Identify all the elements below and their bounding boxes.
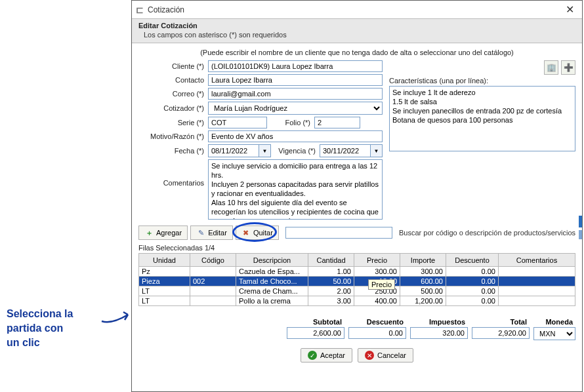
cell-unidad: LT: [139, 296, 190, 306]
remove-icon: ✖: [241, 228, 251, 237]
aceptar-button[interactable]: ✓ Aceptar: [301, 348, 352, 363]
dialog-buttons: ✓ Aceptar ✕ Cancelar: [138, 348, 575, 363]
aceptar-label: Aceptar: [320, 351, 345, 359]
cell-comentarios: [499, 267, 575, 277]
cell-descuento: 0.00: [446, 286, 499, 296]
vigencia-dropdown-button[interactable]: ▼: [371, 144, 383, 157]
cell-comentarios: [499, 277, 575, 286]
folio-field[interactable]: [314, 117, 360, 128]
dialog-body: (Puede escribir el nombre de un cliente …: [132, 43, 582, 391]
app-icon: ⊏: [136, 5, 144, 15]
close-button[interactable]: ✕: [562, 3, 578, 16]
cell-codigo: [190, 267, 236, 277]
label-tot-descuento: Descuento: [364, 318, 406, 327]
search-hint: Buscar por código o descripción de produ…: [399, 229, 575, 237]
cell-unidad: Pieza: [139, 277, 190, 286]
label-moneda: Moneda: [543, 318, 575, 327]
agregar-label: Agregar: [156, 229, 182, 237]
form-right: 🏢 ➕ Características (una por línea):: [389, 60, 575, 222]
label-total: Total: [508, 318, 530, 327]
building-icon: 🏢: [547, 63, 556, 72]
serie-field[interactable]: [208, 117, 267, 128]
items-table: Unidad Código Descripcion Cantidad Preci…: [138, 253, 575, 306]
col-descripcion[interactable]: Descripcion: [236, 254, 308, 267]
cancelar-button[interactable]: ✕ Cancelar: [358, 348, 413, 363]
cell-cantidad: 1.00: [308, 267, 354, 277]
cell-importe: 300.00: [400, 267, 446, 277]
label-subtotal: Subtotal: [310, 318, 344, 327]
cell-importe: 600.00: [400, 277, 446, 286]
label-vigencia: Vigencia (*): [271, 147, 320, 155]
table-row[interactable]: Pieza002Tamal de Choco...50.0012.00600.0…: [139, 277, 575, 286]
subtotal-field[interactable]: [287, 327, 344, 339]
label-contacto: Contacto: [138, 76, 208, 84]
cell-unidad: Pz: [139, 267, 190, 277]
editar-label: Editar: [208, 229, 227, 237]
cotizador-select[interactable]: María Lujan Rodríguez: [208, 102, 383, 115]
subheader: Editar Cotización Los campos con asteris…: [132, 19, 582, 43]
cell-descripcion: Tamal de Choco...: [236, 277, 308, 286]
label-folio: Folio (*): [267, 119, 314, 127]
edit-title: Editar Cotización: [138, 22, 575, 29]
col-comentarios[interactable]: Comentarios: [499, 254, 575, 267]
cell-comentarios: [499, 296, 575, 306]
table-row[interactable]: PzCazuela de Espa...1.00300.00300.000.00: [139, 267, 575, 277]
add-client-button[interactable]: ➕: [561, 60, 575, 75]
cliente-field[interactable]: [208, 60, 383, 72]
vigencia-field[interactable]: [320, 144, 371, 157]
fecha-dropdown-button[interactable]: ▼: [259, 144, 271, 157]
cell-codigo: [190, 286, 236, 296]
impuestos-field[interactable]: [410, 327, 468, 339]
cell-cantidad: 50.00: [308, 277, 354, 286]
cell-precio: 400.00: [354, 296, 400, 306]
price-tooltip: Precio: [368, 279, 395, 290]
cell-comentarios: [499, 286, 575, 296]
table-row[interactable]: LTPollo a la crema3.00400.001,200.000.00: [139, 296, 575, 306]
plus-icon: ＋: [144, 228, 154, 237]
cell-importe: 500.00: [400, 286, 446, 296]
label-fecha: Fecha (*): [138, 147, 208, 155]
motivo-field[interactable]: [208, 130, 383, 142]
quote-window: ⊏ Cotización ✕ Editar Cotización Los cam…: [131, 0, 583, 392]
catalog-lookup-button[interactable]: 🏢: [544, 60, 558, 75]
moneda-select[interactable]: MXN: [533, 327, 575, 340]
cell-cantidad: 3.00: [308, 296, 354, 306]
label-comentarios: Comentarios: [138, 159, 208, 187]
col-codigo[interactable]: Código: [190, 254, 236, 267]
label-motivo: Motivo/Razón (*): [138, 132, 208, 140]
agregar-button[interactable]: ＋ Agregar: [138, 225, 188, 240]
cell-precio: 300.00: [354, 267, 400, 277]
x-icon: ✕: [365, 351, 374, 360]
comentarios-field[interactable]: [208, 159, 383, 220]
cell-importe: 1,200.00: [400, 296, 446, 306]
selection-info: Filas Seleccionadas 1/4: [138, 244, 575, 252]
editar-button[interactable]: ✎ Editar: [190, 225, 233, 240]
label-cotizador: Cotizador (*): [138, 104, 208, 112]
cell-descuento: 0.00: [446, 296, 499, 306]
check-icon: ✓: [308, 351, 317, 360]
total-field[interactable]: [472, 327, 530, 339]
quitar-button[interactable]: ✖ Quitar: [236, 225, 279, 240]
caracteristicas-field[interactable]: [389, 86, 575, 151]
contacto-field[interactable]: [208, 74, 383, 86]
correo-field[interactable]: [208, 88, 383, 100]
cell-codigo: [190, 296, 236, 306]
catalog-hint: (Puede escribir el nombre de un cliente …: [138, 49, 575, 56]
col-precio[interactable]: Precio: [354, 254, 400, 267]
table-row[interactable]: LTCrema de Cham...2.00250.00500.000.00: [139, 286, 575, 296]
label-cliente: Cliente (*): [138, 62, 208, 70]
item-search-input[interactable]: [285, 227, 392, 239]
fecha-field[interactable]: [208, 144, 259, 157]
descuento-total-field[interactable]: [348, 327, 406, 339]
col-descuento[interactable]: Descuento: [446, 254, 499, 267]
cell-unidad: LT: [139, 286, 190, 296]
col-unidad[interactable]: Unidad: [139, 254, 190, 267]
col-cantidad[interactable]: Cantidad: [308, 254, 354, 267]
col-importe[interactable]: Importe: [400, 254, 446, 267]
required-hint: Los campos con asterisco (*) son requeri…: [144, 31, 575, 39]
table-header-row: Unidad Código Descripcion Cantidad Preci…: [139, 254, 575, 267]
cell-descripcion: Pollo a la crema: [236, 296, 308, 306]
cell-descuento: 0.00: [446, 277, 499, 286]
totals-row: Subtotal Descuento Impuestos Total Moned…: [138, 318, 575, 340]
cell-descripcion: Crema de Cham...: [236, 286, 308, 296]
